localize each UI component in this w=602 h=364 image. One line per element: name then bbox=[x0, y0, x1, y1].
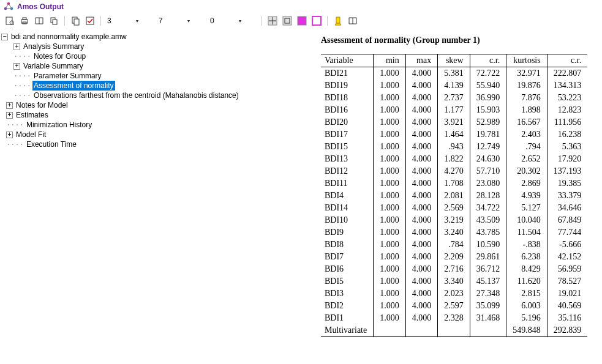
svg-rect-16 bbox=[86, 17, 94, 24]
tree-root[interactable]: − bdi and nonnormality example.amw bbox=[1, 32, 311, 42]
table-row: BDI41.0004.0002.08128.1284.93933.379 bbox=[321, 190, 587, 202]
table-cell: 8.429 bbox=[506, 263, 547, 275]
table-cell: 3.219 bbox=[438, 214, 470, 226]
toggle-box-button[interactable] bbox=[281, 15, 293, 27]
combo-1-value: 3 bbox=[107, 17, 111, 25]
table-cell: BDI2 bbox=[321, 300, 374, 312]
table-cell: 4.000 bbox=[405, 141, 438, 153]
tree-item-label: Variable Summary bbox=[22, 61, 85, 71]
tree-item[interactable]: ····Minimization History bbox=[1, 120, 311, 130]
table-cell: 1.464 bbox=[438, 128, 470, 141]
table-cell: 1.708 bbox=[438, 177, 470, 190]
tree-item-label: Notes for Group bbox=[32, 51, 87, 61]
table-cell: BDI16 bbox=[321, 104, 374, 116]
collapse-icon[interactable]: − bbox=[1, 34, 8, 40]
tree-item-label: Minimization History bbox=[25, 120, 93, 130]
help-book-button[interactable] bbox=[347, 15, 359, 27]
tree-item[interactable]: ····Notes for Group bbox=[1, 51, 311, 61]
table-cell: 78.527 bbox=[547, 275, 587, 288]
table-cell: 1.000 bbox=[374, 128, 406, 141]
expand-icon[interactable]: + bbox=[6, 112, 13, 119]
table-cell: 33.379 bbox=[547, 190, 587, 202]
svg-rect-24 bbox=[336, 17, 340, 23]
table-cell: 4.000 bbox=[405, 104, 438, 116]
table-row: BDI191.0004.0004.13955.94019.876134.313 bbox=[321, 80, 587, 92]
table-cell: 1.000 bbox=[374, 214, 406, 226]
table-cell: 6.238 bbox=[506, 251, 547, 263]
tree-item[interactable]: +Notes for Model bbox=[1, 100, 311, 110]
svg-rect-20 bbox=[283, 17, 292, 25]
table-cell: 4.000 bbox=[405, 288, 438, 300]
table-header: kurtosis bbox=[506, 54, 547, 67]
toolbar-separator bbox=[64, 16, 65, 26]
table-cell: 31.468 bbox=[470, 312, 506, 324]
table-cell: 1.000 bbox=[374, 165, 406, 177]
svg-line-8 bbox=[13, 24, 14, 25]
table-cell: BDI14 bbox=[321, 202, 374, 214]
tree-item[interactable]: +Model Fit bbox=[1, 130, 311, 139]
tree-item[interactable]: ····Parameter Summary bbox=[1, 71, 311, 81]
tree-item[interactable]: ····Execution Time bbox=[1, 139, 311, 149]
tree-item[interactable]: +Analysis Summary bbox=[1, 42, 311, 51]
table-cell: 67.849 bbox=[547, 214, 587, 226]
magenta-empty-button[interactable] bbox=[310, 15, 323, 27]
magenta-fill-button[interactable] bbox=[296, 15, 308, 27]
combo-2[interactable]: 7 ▾ bbox=[157, 15, 206, 27]
table-cell: BDI17 bbox=[321, 128, 374, 141]
combo-1[interactable]: 3 ▾ bbox=[105, 15, 154, 27]
table-cell: 4.000 bbox=[405, 165, 438, 177]
highlight-button[interactable] bbox=[332, 15, 344, 27]
table-cell bbox=[374, 324, 406, 337]
table-cell: 34.722 bbox=[470, 202, 506, 214]
expand-icon[interactable]: + bbox=[6, 102, 13, 109]
book-button[interactable] bbox=[33, 15, 45, 27]
svg-line-4 bbox=[9, 4, 12, 9]
combo-3[interactable]: 0 ▾ bbox=[208, 15, 257, 27]
table-cell: 137.193 bbox=[547, 165, 587, 177]
table-cell: 2.869 bbox=[506, 177, 547, 190]
tree-item-label: Observations farthest from the centroid … bbox=[32, 91, 240, 100]
table-cell: 1.000 bbox=[374, 300, 406, 312]
expand-icon[interactable]: + bbox=[13, 43, 20, 50]
dropdown-arrow-icon: ▾ bbox=[239, 18, 241, 24]
table-cell: 4.000 bbox=[405, 92, 438, 104]
table-cell: 72.722 bbox=[470, 67, 506, 80]
table-cell: 1.000 bbox=[374, 104, 406, 116]
table-cell: BDI10 bbox=[321, 214, 374, 226]
toggle-cross-button[interactable] bbox=[266, 15, 279, 27]
expand-icon[interactable]: + bbox=[13, 63, 20, 70]
dropdown-arrow-icon: ▾ bbox=[187, 18, 190, 24]
table-cell: BDI21 bbox=[321, 67, 374, 80]
tree-item[interactable]: ····Assessment of normality bbox=[1, 81, 311, 91]
table-cell: 57.710 bbox=[470, 165, 506, 177]
table-row: BDI161.0004.0001.17715.9031.89812.823 bbox=[321, 104, 587, 116]
table-cell bbox=[405, 324, 438, 337]
tree-item[interactable]: +Variable Summary bbox=[1, 61, 311, 71]
preview-button[interactable] bbox=[4, 15, 16, 27]
print-button[interactable] bbox=[18, 15, 31, 27]
copy-clipboard-button[interactable] bbox=[69, 15, 81, 27]
table-cell: 4.000 bbox=[405, 153, 438, 165]
tree-item-label: Estimates bbox=[15, 110, 50, 120]
table-row: BDI21.0004.0002.59735.0996.00340.569 bbox=[321, 300, 587, 312]
table-cell: BDI15 bbox=[321, 141, 374, 153]
expand-icon[interactable]: + bbox=[6, 132, 13, 138]
table-cell: 4.000 bbox=[405, 275, 438, 288]
copy-button[interactable] bbox=[48, 15, 60, 27]
table-cell: 2.597 bbox=[438, 300, 470, 312]
combo-3-value: 0 bbox=[210, 17, 214, 25]
table-row: BDI121.0004.0004.27057.71020.302137.193 bbox=[321, 165, 587, 177]
table-cell: 36.990 bbox=[470, 92, 506, 104]
options-button[interactable] bbox=[84, 15, 96, 27]
table-cell: 40.569 bbox=[547, 300, 587, 312]
table-cell: BDI5 bbox=[321, 275, 374, 288]
app-icon bbox=[4, 2, 13, 12]
tree-item[interactable]: +Estimates bbox=[1, 110, 311, 120]
tree-leaf-dots: ···· bbox=[13, 91, 31, 100]
table-cell: 5.381 bbox=[438, 67, 470, 80]
navigation-tree[interactable]: − bdi and nonnormality example.amw +Anal… bbox=[0, 29, 312, 364]
table-cell: 3.340 bbox=[438, 275, 470, 288]
table-cell: 4.000 bbox=[405, 263, 438, 275]
table-row: BDI141.0004.0002.56934.7225.12734.646 bbox=[321, 202, 587, 214]
tree-item[interactable]: ····Observations farthest from the centr… bbox=[1, 91, 311, 100]
